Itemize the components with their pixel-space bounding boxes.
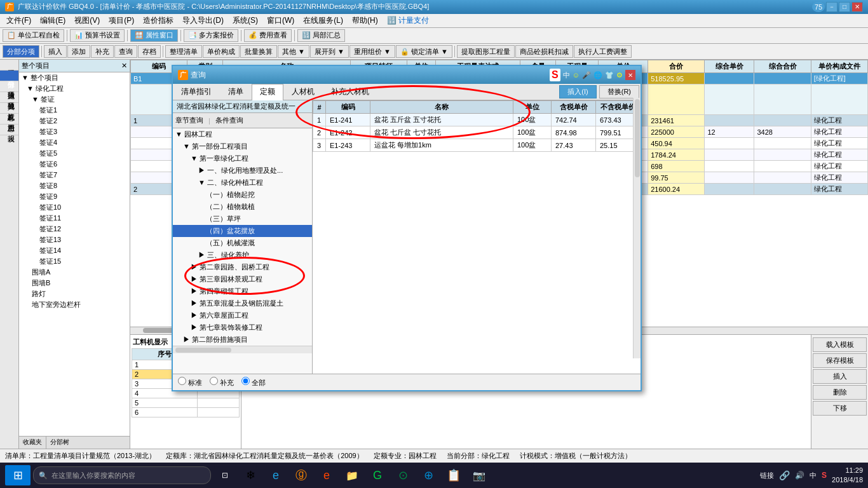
- dialog-tab-resource[interactable]: 人材机: [283, 84, 323, 100]
- concrete-deduct-button[interactable]: 商品砼损耗扣减: [515, 45, 573, 58]
- taskbar-app-groove[interactable]: ⓖ: [290, 464, 313, 487]
- dialog-tab-quota[interactable]: 定额: [252, 84, 283, 100]
- tree-item2[interactable]: （二）植物栽植: [173, 201, 312, 213]
- delete-resource-button[interactable]: 删除: [813, 385, 867, 400]
- section-bill-button[interactable]: 分部分项: [3, 45, 39, 58]
- tree-item5[interactable]: （五）机械灌溉: [173, 237, 312, 249]
- taskbar-app-camera[interactable]: 📷: [468, 464, 491, 487]
- unit-compose-button[interactable]: 单价构成: [203, 45, 240, 58]
- tree-node-proof13[interactable]: 签证13: [19, 234, 130, 245]
- tree-item1[interactable]: （一）植物起挖: [173, 189, 312, 201]
- tree-chap5[interactable]: ▶ 第五章混凝土及钢筋混凝土: [173, 297, 312, 309]
- unit-check-button[interactable]: 📋 单位工程自检: [3, 29, 64, 42]
- taskbar-start-button[interactable]: ⊞: [5, 465, 31, 485]
- resource-row[interactable]: 5: [132, 398, 240, 407]
- replace-button[interactable]: 替换(R): [599, 85, 639, 98]
- taskbar-app-blue[interactable]: ⊕: [417, 464, 440, 487]
- tree-node-root[interactable]: ▼ 整个项目: [19, 72, 130, 83]
- menu-file[interactable]: 文件(F): [3, 14, 35, 27]
- insert-resource-button[interactable]: 插入: [813, 369, 867, 384]
- load-template-button[interactable]: 载入模板: [813, 337, 867, 352]
- extract-qty-button[interactable]: 提取图形工程量: [457, 45, 515, 58]
- lock-bill-button[interactable]: 🔒 锁定清单 ▼: [396, 45, 452, 58]
- supplement-button[interactable]: 补充: [91, 45, 114, 58]
- menu-import-export[interactable]: 导入导出(D): [179, 14, 227, 27]
- menu-view[interactable]: 视图(V): [71, 14, 104, 27]
- tree-node-basement-rail[interactable]: 地下室旁边栏杆: [19, 299, 130, 310]
- tree-node-proof9[interactable]: 签证9: [19, 191, 130, 202]
- partial-sum-button[interactable]: 🔢 局部汇总: [297, 29, 345, 42]
- menu-window[interactable]: 窗口(W): [263, 14, 298, 27]
- taskbar-app-folder[interactable]: 📁: [341, 464, 363, 487]
- radio-standard-label[interactable]: 标准: [178, 377, 202, 388]
- others-button[interactable]: 其他 ▼: [278, 45, 309, 58]
- tree-section1[interactable]: ▶ 一、绿化用地整理及处...: [173, 165, 312, 177]
- tree-node-proof3[interactable]: 签证3: [19, 126, 130, 137]
- dialog-tab-guide[interactable]: 清单指引: [173, 84, 220, 100]
- tree-chap3[interactable]: ▶ 第三章园林景观工程: [173, 273, 312, 285]
- tree-item4-selected[interactable]: （四）盆花摆放: [173, 225, 312, 237]
- expand-to-button[interactable]: 展开到 ▼: [310, 45, 349, 58]
- labor-adjust-button[interactable]: 执行人工费调整: [574, 45, 632, 58]
- quota-row-3[interactable]: 3 E1-243 运盆花 每增加1km 100盆 27.43 25.15: [313, 139, 641, 152]
- tree-node-proof12[interactable]: 签证12: [19, 224, 130, 234]
- section-tree-tab[interactable]: 分部树: [46, 437, 73, 449]
- taskbar-app-weather[interactable]: ❄: [239, 464, 262, 487]
- tree-node-proof15[interactable]: 签证15: [19, 256, 130, 267]
- dialog-tab-bill[interactable]: 清单: [220, 84, 252, 100]
- tree-node-proof11[interactable]: 签证11: [19, 213, 130, 224]
- menu-price-index[interactable]: 造价指标: [139, 14, 177, 27]
- dialog-tab-supplement[interactable]: 补充人材机: [323, 84, 377, 100]
- insert-button[interactable]: 插入(I): [559, 85, 596, 98]
- tree-node-wall-a[interactable]: 围墙A: [19, 267, 130, 278]
- reuse-price-button[interactable]: 重用组价 ▼: [349, 45, 395, 58]
- organize-button[interactable]: 整理清单: [165, 45, 202, 58]
- minimize-button[interactable]: －: [826, 2, 837, 12]
- radio-supplement-label[interactable]: 补充: [210, 377, 234, 388]
- menu-online[interactable]: 在线服务(L): [299, 14, 347, 27]
- tree-node-light[interactable]: 路灯: [19, 288, 130, 299]
- taskbar-app-green[interactable]: G: [366, 464, 389, 487]
- tree-chap4[interactable]: ▶ 第四章砌筑工程: [173, 285, 312, 297]
- tree-chap2[interactable]: ▶ 第二章园路、园桥工程: [173, 261, 312, 273]
- left-tab-overview[interactable]: 工程概况: [0, 60, 18, 71]
- radio-supplement[interactable]: [210, 377, 218, 385]
- taskbar-app-ie[interactable]: e: [264, 464, 287, 487]
- tree-item3[interactable]: （三）草坪: [173, 213, 312, 225]
- tree-node-proof4[interactable]: 签证4: [19, 137, 130, 148]
- move-down-button[interactable]: 下移: [813, 401, 867, 416]
- tree-garden[interactable]: ▼ 园林工程: [173, 128, 312, 140]
- menu-project[interactable]: 项目(P): [105, 14, 138, 27]
- batch-convert-button[interactable]: 批量换算: [240, 45, 277, 58]
- tree-section2[interactable]: ▼ 二、绿化种植工程: [173, 177, 312, 189]
- tree-scrollbar[interactable]: [173, 346, 312, 353]
- tree-node-proof6[interactable]: 签证6: [19, 159, 130, 170]
- restore-button[interactable]: □: [839, 2, 850, 12]
- collect-tab[interactable]: 收藏夹: [19, 437, 46, 449]
- close-button[interactable]: ✕: [851, 2, 863, 12]
- tree-node-green[interactable]: ▼ 绿化工程: [19, 83, 130, 94]
- taskbar-app-green2[interactable]: ⊙: [391, 464, 414, 487]
- left-tab-sections[interactable]: 分部分项: [0, 71, 18, 81]
- budget-settings-button[interactable]: 📊 预算书设置: [70, 29, 125, 42]
- tree-node-proof1[interactable]: 签证1: [19, 105, 130, 116]
- menu-system[interactable]: 系统(S): [229, 14, 262, 27]
- insert-button[interactable]: 插入: [44, 45, 67, 58]
- tree-chap6[interactable]: ▶ 第六章屋面工程: [173, 309, 312, 322]
- dialog-close-button[interactable]: ✕: [625, 70, 635, 80]
- quota-row-1[interactable]: 1 E1-241 盆花 五斤盆 五寸花托 100盆 742.74 673.43: [313, 114, 641, 126]
- taskbar-app-ie2[interactable]: e: [315, 464, 338, 487]
- tree-part2[interactable]: ▶ 第二部份措施项目: [173, 334, 312, 346]
- radio-all-label[interactable]: 全部: [241, 377, 266, 388]
- resource-row[interactable]: 6: [132, 407, 240, 417]
- left-tab-resources[interactable]: 人材机汇总: [0, 103, 18, 114]
- tree-chap7[interactable]: ▶ 第七章装饰装修工程: [173, 322, 312, 334]
- menu-edit[interactable]: 编辑(E): [36, 14, 69, 27]
- quota-row-2[interactable]: 2 E1-242 盆花 七斤盆 七寸花托 100盆 874.98 799.51: [313, 126, 641, 139]
- tree-node-proof[interactable]: ▼ 签证: [19, 94, 130, 105]
- save-template-button[interactable]: 保存模板: [813, 353, 867, 368]
- menu-measure[interactable]: 🔢 计量支付: [383, 14, 433, 27]
- tree-chap1[interactable]: ▼ 第一章绿化工程: [173, 152, 312, 165]
- left-tab-reports[interactable]: 报表: [0, 125, 18, 135]
- archive-button[interactable]: 存档: [138, 45, 161, 58]
